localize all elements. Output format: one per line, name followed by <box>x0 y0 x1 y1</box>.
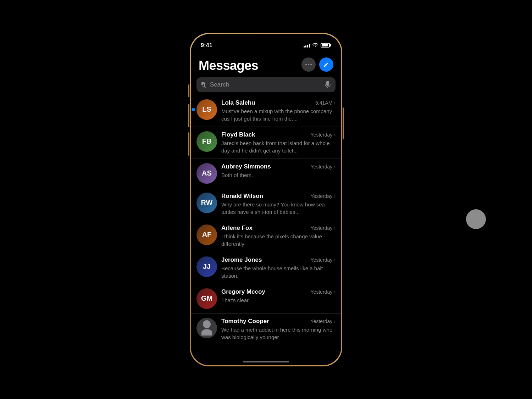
conversation-body: Tomothy Cooper Yesterday › We had a meth… <box>221 318 336 341</box>
avatar-initials: LS <box>202 105 211 113</box>
conversation-item-jerome[interactable]: JJ Jerome Jones Yesterday › Because the … <box>191 252 341 284</box>
conversation-body: Jerome Jones Yesterday › Because the who… <box>221 256 336 279</box>
conversation-list: LS Lola Salehu 5:41AM › Must've been a m… <box>191 95 341 345</box>
dot-1 <box>305 64 307 65</box>
avatar: AS <box>196 163 217 184</box>
conversation-item-tomothy[interactable]: Tomothy Cooper Yesterday › We had a meth… <box>191 314 341 345</box>
avatar: JJ <box>196 256 217 277</box>
search-bar[interactable]: Search <box>196 77 336 92</box>
avatar-initials: JJ <box>203 262 211 271</box>
avatar: AF <box>196 225 217 245</box>
conversation-body: Lola Salehu 5:41AM › Must've been a mixu… <box>221 99 336 122</box>
more-button[interactable] <box>301 57 316 72</box>
conversation-time: Yesterday <box>311 289 333 295</box>
conversation-time: Yesterday <box>311 257 333 263</box>
conversation-body: Floyd Black Yesterday › Jared's been bac… <box>221 131 336 154</box>
conversation-preview: Because the whole house smells like a ba… <box>221 265 336 279</box>
time-wrap: Yesterday › <box>311 132 336 138</box>
time-wrap: Yesterday › <box>311 318 336 324</box>
conversation-name: Tomothy Cooper <box>221 318 308 325</box>
conversation-header-row: Tomothy Cooper Yesterday › <box>221 318 336 325</box>
conversation-item-aubrey[interactable]: AS Aubrey Simmons Yesterday › Both of th… <box>191 159 341 188</box>
battery-indicator <box>321 43 331 48</box>
time-wrap: Yesterday › <box>311 289 336 295</box>
conversation-name: Gregory Mccoy <box>221 288 308 295</box>
conversation-preview: Must've been a mixup with the phone comp… <box>221 107 336 122</box>
wifi-icon <box>312 43 318 48</box>
conversation-name: Aubrey Simmons <box>221 163 308 170</box>
conversation-name: Jerome Jones <box>221 256 308 264</box>
conversation-item-lola[interactable]: LS Lola Salehu 5:41AM › Must've been a m… <box>191 95 341 127</box>
search-placeholder: Search <box>210 81 322 88</box>
signal-bar-1 <box>304 46 305 48</box>
time-wrap: Yesterday › <box>311 257 336 263</box>
conversation-preview: Both of them. <box>221 171 336 179</box>
chevron-right-icon: › <box>334 132 336 138</box>
conversation-time: 5:41AM <box>315 100 332 106</box>
time-wrap: 5:41AM › <box>315 100 336 106</box>
avatar: LS <box>196 99 217 120</box>
conversation-header-row: Lola Salehu 5:41AM › <box>221 99 336 106</box>
avatar-wrap: RW <box>196 193 217 213</box>
microphone-icon <box>325 81 331 89</box>
search-icon <box>201 82 207 88</box>
conversation-header-row: Floyd Black Yesterday › <box>221 131 336 138</box>
time-wrap: Yesterday › <box>311 193 336 199</box>
phone-screen: 9:41 <box>191 34 341 365</box>
avatar: GM <box>196 288 217 309</box>
avatar-initials: AS <box>202 169 212 177</box>
compose-button[interactable] <box>319 57 333 72</box>
messages-header: Messages <box>191 52 341 77</box>
signal-bars <box>304 43 310 48</box>
conversation-body: Gregory Mccoy Yesterday › That's clear. <box>221 288 336 304</box>
conversation-preview: We had a meth addict in here this mornin… <box>221 326 336 341</box>
power-button[interactable] <box>343 107 344 139</box>
silent-button <box>188 84 189 97</box>
conversation-preview: That's clear. <box>221 297 336 304</box>
conversation-item-floyd[interactable]: FB Floyd Black Yesterday › Jared's been … <box>191 127 341 159</box>
conversation-name: Arlene Fox <box>221 225 308 232</box>
volume-up-button[interactable] <box>188 104 189 127</box>
compose-icon <box>323 61 330 68</box>
conversation-header-row: Jerome Jones Yesterday › <box>221 256 336 264</box>
chevron-right-icon: › <box>334 318 336 324</box>
conversation-body: Aubrey Simmons Yesterday › Both of them. <box>221 163 336 179</box>
unread-dot <box>192 108 195 111</box>
conversation-name: Lola Salehu <box>221 99 312 106</box>
signal-bar-4 <box>309 44 310 48</box>
conversation-header-row: Arlene Fox Yesterday › <box>221 225 336 232</box>
conversation-header-row: Ronald Wilson Yesterday › <box>221 193 336 200</box>
conversation-time: Yesterday <box>311 318 333 324</box>
time-wrap: Yesterday › <box>311 164 336 170</box>
dot-2 <box>308 64 309 65</box>
chevron-right-icon: › <box>334 193 336 199</box>
conversation-preview: I think it's because the pixels change v… <box>221 233 336 248</box>
chevron-right-icon: › <box>334 257 336 263</box>
status-time: 9:41 <box>201 42 212 49</box>
scene: 9:41 <box>0 0 532 399</box>
avatar-wrap: AF <box>196 225 217 245</box>
conversation-item-ronald[interactable]: RW Ronald Wilson Yesterday › Why are the… <box>191 188 341 220</box>
conversation-item-gregory[interactable]: GM Gregory Mccoy Yesterday › That's clea… <box>191 284 341 314</box>
home-indicator[interactable] <box>243 361 289 362</box>
dot-3 <box>310 64 312 65</box>
signal-bar-2 <box>305 45 306 48</box>
conversation-body: Arlene Fox Yesterday › I think it's beca… <box>221 225 336 248</box>
volume-down-button[interactable] <box>188 132 189 156</box>
conversation-preview: Why are there so many? You know how sea … <box>221 201 336 216</box>
conversation-header-row: Gregory Mccoy Yesterday › <box>221 288 336 295</box>
conversation-name: Ronald Wilson <box>221 193 308 200</box>
signal-bar-3 <box>307 45 308 48</box>
avatar-initials: FB <box>202 137 212 145</box>
avatar-wrap <box>196 318 217 338</box>
generic-avatar <box>201 320 212 336</box>
chevron-right-icon: › <box>334 100 336 106</box>
time-wrap: Yesterday › <box>311 225 336 231</box>
avatar-wrap: LS <box>196 99 217 120</box>
conversation-time: Yesterday <box>311 164 333 170</box>
conversation-item-arlene[interactable]: AF Arlene Fox Yesterday › I think it's b… <box>191 220 341 252</box>
status-bar: 9:41 <box>191 34 341 52</box>
avatar-wrap: FB <box>196 131 217 152</box>
screen-content: 9:41 <box>191 34 341 365</box>
avatar <box>196 318 217 338</box>
